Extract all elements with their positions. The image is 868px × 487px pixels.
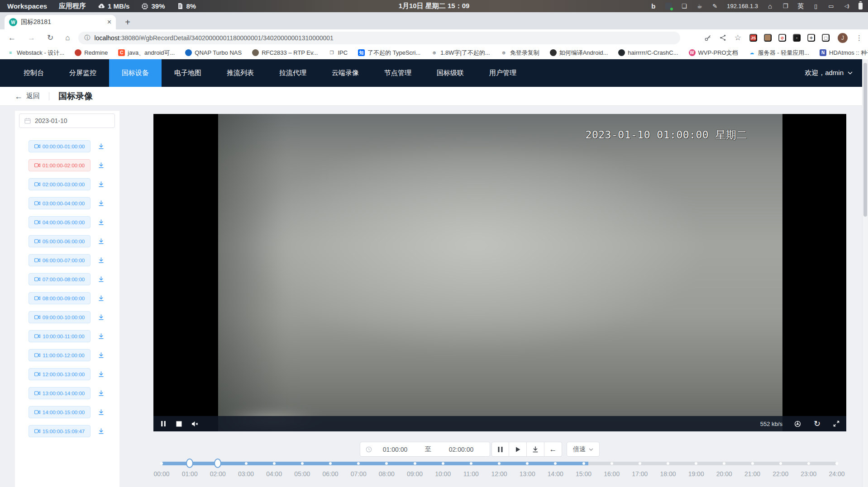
pause-button[interactable] [491,442,509,457]
extension-icon[interactable]: ❖ [807,34,815,42]
record-chip-button[interactable]: 10:00:00-11:00:00 [29,330,91,342]
record-chip-button[interactable]: 01:00:00-02:00:00 [29,159,91,171]
record-chip-button[interactable]: 05:00:00-06:00:00 [29,235,91,247]
download-record-button[interactable] [98,162,105,169]
battery-icon[interactable] [858,3,863,9]
nav-tab[interactable]: 用户管理 [477,59,529,87]
tab-close-button[interactable]: × [107,19,111,26]
nav-tab[interactable]: 国标设备 [109,59,162,87]
record-chip-button[interactable]: 14:00:00-15:00:00 [29,406,91,418]
bookmark-item[interactable]: RFC2833 – RTP Ev... [252,49,318,56]
bookmark-item[interactable]: W WVP-PRO文档 [689,49,738,57]
download-record-button[interactable] [98,295,105,302]
clipboard-tray-icon[interactable]: ❏ [681,3,687,10]
extension-icon[interactable]: ⊘ [778,34,786,42]
profile-avatar[interactable]: J [838,33,848,43]
start-time-field[interactable]: 01:00:00 [372,446,418,453]
caffeine-tray-icon[interactable]: ☕ [696,3,703,10]
bookmark-item[interactable]: 知 了不起的 TypeScri... [358,49,420,57]
player-pause-button[interactable] [160,419,167,429]
browser-tab[interactable]: W 国标28181 × [5,15,116,29]
record-chip-button[interactable]: 12:00:00-13:00:00 [29,368,91,380]
network-speed-indicator[interactable]: 1 MB/s [98,2,129,10]
nav-tab[interactable]: 拉流代理 [267,59,319,87]
download-record-button[interactable] [98,428,105,435]
browser-forward-button[interactable]: → [28,33,35,43]
download-record-button[interactable] [98,314,105,321]
nav-tab[interactable]: 节点管理 [372,59,424,87]
password-key-icon[interactable] [704,34,711,42]
fullscreen-button[interactable] [833,419,839,429]
extension-icon[interactable]: ▫ [793,34,801,42]
record-chip-button[interactable]: 09:00:00-10:00:00 [29,311,91,323]
snapshot-button[interactable] [794,419,801,429]
play-button[interactable] [509,442,527,457]
bookmark-item[interactable]: ⊕ 免登录复制 [501,49,539,57]
site-info-icon[interactable]: ⓘ [85,34,91,42]
download-record-button[interactable] [98,390,105,397]
download-record-button[interactable] [98,276,105,283]
scrollbar-thumb[interactable] [863,63,867,217]
bookmark-item[interactable]: C java、android可... [118,49,175,57]
player-mute-button[interactable] [191,419,199,429]
record-chip-button[interactable]: 04:00:00-05:00:00 [29,216,91,228]
record-chip-button[interactable]: 06:00:00-07:00:00 [29,254,91,266]
record-chip-button[interactable]: 11:00:00-12:00:00 [29,349,91,361]
download-record-button[interactable] [98,371,105,378]
download-record-button[interactable] [98,219,105,226]
workspaces-button[interactable]: Workspaces [7,2,47,10]
browser-home-button[interactable]: ⌂ [65,33,70,43]
back-button[interactable]: ← 返回 [14,92,40,100]
browser-reload-button[interactable]: ↻ [47,33,53,43]
clock[interactable]: 1月10日 星期二 15：09 [399,2,470,10]
download-button[interactable] [527,442,544,457]
bookmark-item[interactable]: 如何编译Android... [550,49,608,57]
timeline-handle[interactable] [186,459,193,468]
extension-icon[interactable]: ▢ [822,34,830,42]
cpu-indicator[interactable]: 39% [141,2,165,10]
new-tab-button[interactable]: + [121,16,134,28]
seek-back-button[interactable]: ← [544,442,562,457]
bookmark-item[interactable]: ❐ IPC [328,49,348,56]
ip-address-indicator[interactable]: 192.168.1.3 [727,3,758,9]
share-icon[interactable] [720,34,726,41]
bookmark-item[interactable]: hairrrrr/C-CrashC... [618,49,678,56]
record-chip-button[interactable]: 15:00:00-15:09:47 [29,425,91,437]
input-method-indicator[interactable]: 英 [797,2,804,10]
bookmark-item[interactable]: ⊕ 1.8W字|了不起的... [431,49,490,57]
address-bar[interactable]: ⓘ localhost:38080/#/gbRecordDetail/34020… [78,32,680,44]
timeline[interactable]: 00:0001:0002:0003:0004:0005:0006:0007:00… [162,460,837,483]
player-refresh-button[interactable]: ↻ [814,419,820,429]
applications-button[interactable]: 应用程序 [59,2,86,10]
browser-menu-icon[interactable]: ⋮ [856,34,863,42]
extension-icon[interactable] [764,34,772,42]
download-record-button[interactable] [98,333,105,340]
bookmark-item[interactable]: ☁ 服务器 - 轻量应用... [749,49,809,57]
timeline-handle[interactable] [214,459,221,468]
download-record-button[interactable] [98,352,105,359]
nav-tab[interactable]: 推流列表 [214,59,267,87]
record-chip-button[interactable]: 07:00:00-08:00:00 [29,273,91,285]
bookmark-item[interactable]: QNAP Turbo NAS [185,49,242,56]
bing-tray-icon[interactable]: b [650,3,657,10]
download-record-button[interactable] [98,257,105,264]
nav-tab[interactable]: 电子地图 [162,59,214,87]
screenshot-pen-icon[interactable]: ✎ [711,3,718,10]
workspaces-overlap-icon[interactable]: ❐ [782,3,789,10]
record-chip-button[interactable]: 13:00:00-14:00:00 [29,387,91,399]
nav-tab[interactable]: 国标级联 [424,59,477,87]
end-time-field[interactable]: 02:00:00 [438,446,484,453]
display-icon[interactable]: ▭ [828,3,835,10]
memory-indicator[interactable]: 8% [177,2,196,10]
bookmark-item[interactable]: N HDAtmos :: 种子 *... [820,49,868,57]
page-scrollbar[interactable] [862,59,868,487]
bookmark-item[interactable]: Redmine [75,49,108,56]
nav-tab[interactable]: 控制台 [11,59,57,87]
nav-tab[interactable]: 云端录像 [319,59,372,87]
download-record-button[interactable] [98,143,105,150]
phone-link-icon[interactable]: ▯ [812,3,819,10]
bookmark-star-icon[interactable]: ☆ [734,33,741,43]
record-chip-button[interactable]: 08:00:00-09:00:00 [29,292,91,304]
home-tray-icon[interactable]: ⌂ [767,3,773,10]
extension-icon[interactable]: JS [749,34,757,42]
